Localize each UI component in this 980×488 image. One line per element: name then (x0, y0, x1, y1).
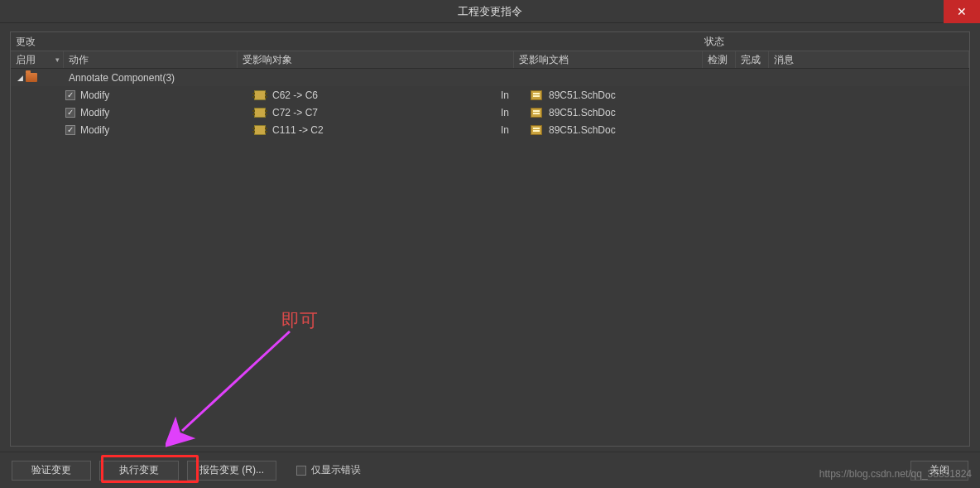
component-icon (254, 90, 266, 100)
enable-checkbox[interactable]: ✓ (65, 90, 75, 100)
chevron-down-icon: ▾ (55, 56, 60, 64)
column-check[interactable]: 检测 (703, 51, 736, 68)
action-label: Modify (80, 89, 109, 101)
object-label: C62 -> C6 (272, 89, 318, 101)
section-status-label: 状态 (701, 35, 964, 49)
column-object[interactable]: 受影响对象 (238, 51, 514, 68)
table-row[interactable]: ✓ Modify C111 -> C2 In 89C51.SchDoc (11, 121, 969, 138)
object-label: C111 -> C2 (272, 124, 324, 136)
column-message[interactable]: 消息 (769, 51, 969, 68)
relation-label: In (501, 107, 526, 118)
document-label: 89C51.SchDoc (549, 107, 616, 118)
document-label: 89C51.SchDoc (549, 89, 616, 101)
enable-checkbox[interactable]: ✓ (65, 108, 75, 118)
column-enable[interactable]: 启用 ▾ (11, 51, 64, 68)
enable-checkbox[interactable]: ✓ (65, 125, 75, 135)
column-done[interactable]: 完成 (736, 51, 769, 68)
column-document[interactable]: 受影响文档 (514, 51, 703, 68)
checkbox-icon (296, 466, 306, 476)
object-label: C72 -> C7 (272, 107, 318, 118)
document-icon (531, 125, 542, 135)
action-label: Modify (80, 107, 109, 118)
title-bar: 工程变更指令 ✕ (0, 0, 980, 23)
grid-body: ◢ Annotate Component(3) ✓ Modify C62 -> … (11, 69, 969, 138)
expand-collapse-icon[interactable]: ◢ (16, 74, 24, 82)
validate-button[interactable]: 验证变更 (12, 461, 91, 481)
table-row[interactable]: ✓ Modify C62 -> C6 In 89C51.SchDoc (11, 86, 969, 104)
document-icon (531, 90, 542, 100)
group-row[interactable]: ◢ Annotate Component(3) (11, 69, 969, 86)
component-icon (254, 125, 266, 135)
relation-label: In (501, 89, 526, 101)
close-button[interactable]: ✕ (944, 0, 980, 23)
component-icon (254, 108, 266, 118)
group-label: Annotate Component(3) (69, 72, 175, 84)
report-button[interactable]: 报告变更 (R)... (187, 461, 276, 481)
action-label: Modify (80, 124, 109, 136)
errors-only-label: 仅显示错误 (311, 463, 361, 477)
section-changes-label: 更改 (16, 35, 701, 49)
errors-only-checkbox[interactable]: 仅显示错误 (296, 463, 361, 477)
relation-label: In (501, 124, 526, 136)
changes-panel: 更改 状态 启用 ▾ 动作 受影响对象 受影响文档 检测 完成 消息 ◢ Ann… (10, 31, 970, 447)
close-icon: ✕ (957, 5, 967, 18)
document-icon (531, 108, 542, 118)
watermark: https://blog.csdn.net/qq_38351824 (819, 468, 972, 480)
document-label: 89C51.SchDoc (549, 124, 616, 136)
annotation-text: 即可 (281, 308, 318, 333)
column-action[interactable]: 动作 (64, 51, 238, 68)
section-headers: 更改 状态 (11, 32, 969, 51)
column-headers: 启用 ▾ 动作 受影响对象 受影响文档 检测 完成 消息 (11, 51, 969, 69)
table-row[interactable]: ✓ Modify C72 -> C7 In 89C51.SchDoc (11, 104, 969, 121)
folder-icon (26, 73, 37, 82)
execute-button[interactable]: 执行变更 (99, 461, 179, 481)
window-title: 工程变更指令 (458, 4, 522, 19)
